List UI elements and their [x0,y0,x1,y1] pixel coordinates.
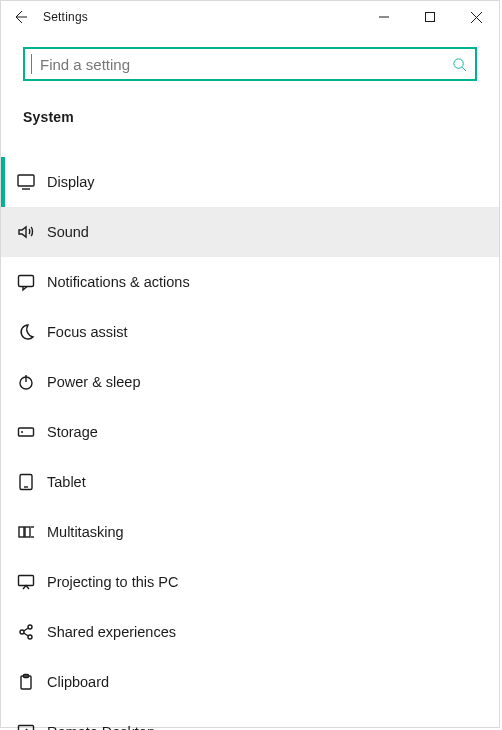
speaker-icon [5,222,47,242]
section-title: System [23,109,477,125]
back-arrow-icon [13,9,29,25]
settings-window: Settings System DisplaySoundNotification… [0,0,500,728]
nav-item-label: Clipboard [47,674,109,690]
tablet-icon [5,472,47,492]
nav-item-label: Tablet [47,474,86,490]
share-icon [5,622,47,642]
message-icon [5,272,47,292]
nav-item-power-sleep[interactable]: Power & sleep [1,357,499,407]
nav-item-storage[interactable]: Storage [1,407,499,457]
nav-list: DisplaySoundNotifications & actionsFocus… [1,157,499,730]
nav-item-remote[interactable]: Remote Desktop [1,707,499,730]
nav-item-label: Sound [47,224,89,240]
search-icon [443,57,475,72]
nav-item-label: Storage [47,424,98,440]
maximize-icon [425,12,435,22]
nav-item-label: Power & sleep [47,374,141,390]
nav-item-shared[interactable]: Shared experiences [1,607,499,657]
section-header: System [1,89,499,135]
nav-item-label: Multitasking [47,524,124,540]
nav-item-label: Remote Desktop [47,724,155,730]
titlebar: Settings [1,1,499,33]
remote-desktop-icon [5,722,47,730]
search-input[interactable] [32,56,443,73]
close-icon [471,12,482,23]
nav-item-label: Focus assist [47,324,128,340]
nav-item-display[interactable]: Display [1,157,499,207]
search-box[interactable] [23,47,477,81]
nav-item-projecting[interactable]: Projecting to this PC [1,557,499,607]
monitor-icon [5,172,47,192]
close-button[interactable] [453,1,499,33]
nav-item-clipboard[interactable]: Clipboard [1,657,499,707]
maximize-button[interactable] [407,1,453,33]
minimize-icon [379,12,389,22]
svg-point-5 [453,58,462,67]
nav-item-sound[interactable]: Sound [1,207,499,257]
nav-item-label: Display [47,174,95,190]
moon-icon [5,322,47,342]
project-icon [5,572,47,592]
nav-item-tablet[interactable]: Tablet [1,457,499,507]
clipboard-icon [5,672,47,692]
nav-item-label: Shared experiences [47,624,176,640]
svg-rect-2 [426,13,435,22]
drive-icon [5,422,47,442]
window-title: Settings [41,10,88,24]
power-icon [5,372,47,392]
nav-item-notifications[interactable]: Notifications & actions [1,257,499,307]
nav-item-label: Notifications & actions [47,274,190,290]
timeline-icon [5,522,47,542]
minimize-button[interactable] [361,1,407,33]
nav-item-multitasking[interactable]: Multitasking [1,507,499,557]
svg-line-6 [462,67,466,71]
nav-item-focus-assist[interactable]: Focus assist [1,307,499,357]
back-button[interactable] [1,1,41,33]
search-area [1,33,499,89]
nav-item-label: Projecting to this PC [47,574,178,590]
